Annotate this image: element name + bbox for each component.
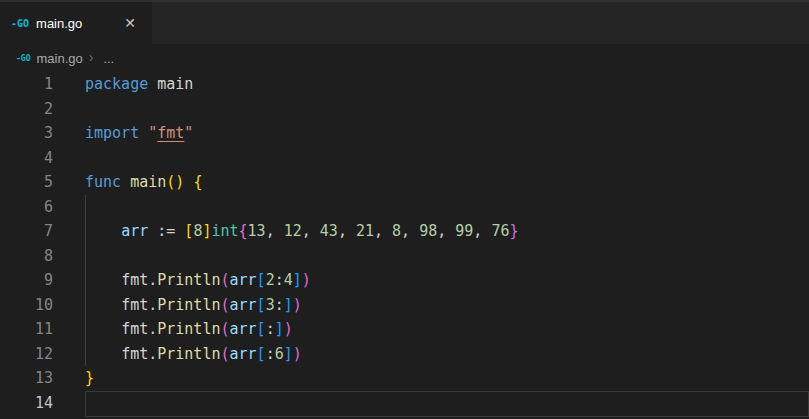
tab-label: main.go bbox=[36, 16, 82, 31]
code-line[interactable]: 9 fmt.Println(arr[2:4]) bbox=[0, 268, 809, 293]
line-number: 1 bbox=[0, 72, 53, 97]
code-line[interactable]: 12 fmt.Println(arr[:6]) bbox=[0, 342, 809, 367]
line-number: 9 bbox=[0, 268, 53, 293]
code-line[interactable]: 4 bbox=[0, 146, 809, 171]
line-number: 11 bbox=[0, 317, 53, 342]
code-text: fmt.Println(arr[:6]) bbox=[85, 342, 302, 367]
code-text: package main bbox=[85, 72, 193, 97]
line-number: 10 bbox=[0, 293, 53, 318]
code-line[interactable]: 1package main bbox=[0, 72, 809, 97]
code-line[interactable]: 3import "fmt" bbox=[0, 121, 809, 146]
line-number: 7 bbox=[0, 219, 53, 244]
code-lines: 1package main23import "fmt"45func main()… bbox=[0, 72, 809, 415]
close-icon[interactable]: ✕ bbox=[120, 13, 140, 33]
vscode-window: -GO main.go ✕ -GO main.go › ... 1package… bbox=[0, 0, 809, 419]
line-number: 6 bbox=[0, 195, 53, 220]
line-number: 13 bbox=[0, 366, 53, 391]
code-line[interactable]: 8 bbox=[0, 244, 809, 269]
tab-bar: -GO main.go ✕ bbox=[0, 2, 809, 44]
code-text: func main() { bbox=[85, 170, 202, 195]
code-line[interactable]: 13} bbox=[0, 366, 809, 391]
code-editor[interactable]: 1package main23import "fmt"45func main()… bbox=[0, 72, 809, 419]
code-line[interactable]: 14 bbox=[0, 391, 809, 416]
breadcrumb: -GO main.go › ... bbox=[0, 44, 809, 72]
line-number: 3 bbox=[0, 121, 53, 146]
code-text: fmt.Println(arr[2:4]) bbox=[85, 268, 311, 293]
code-line[interactable]: 5func main() { bbox=[0, 170, 809, 195]
breadcrumb-file[interactable]: main.go bbox=[36, 51, 82, 66]
chevron-right-icon: › bbox=[89, 49, 94, 65]
code-text: arr := [8]int{13, 12, 43, 21, 8, 98, 99,… bbox=[85, 219, 519, 244]
go-file-icon: -GO bbox=[11, 18, 29, 29]
code-line[interactable]: 2 bbox=[0, 97, 809, 122]
line-number: 8 bbox=[0, 244, 53, 269]
go-file-icon: -GO bbox=[16, 54, 30, 63]
code-text: import "fmt" bbox=[85, 121, 193, 146]
code-text: fmt.Println(arr[:]) bbox=[85, 317, 293, 342]
line-number: 4 bbox=[0, 146, 53, 171]
code-line[interactable]: 11 fmt.Println(arr[:]) bbox=[0, 317, 809, 342]
line-number: 12 bbox=[0, 342, 53, 367]
code-line[interactable]: 7 arr := [8]int{13, 12, 43, 21, 8, 98, 9… bbox=[0, 219, 809, 244]
line-number: 5 bbox=[0, 170, 53, 195]
code-text: fmt.Println(arr[3:]) bbox=[85, 293, 302, 318]
code-line[interactable]: 10 fmt.Println(arr[3:]) bbox=[0, 293, 809, 318]
tab-main-go[interactable]: -GO main.go ✕ bbox=[0, 2, 152, 44]
breadcrumb-symbol-path[interactable]: ... bbox=[103, 51, 114, 66]
line-number: 2 bbox=[0, 97, 53, 122]
code-line[interactable]: 6 bbox=[0, 195, 809, 220]
code-text: } bbox=[85, 366, 94, 391]
line-number: 14 bbox=[0, 391, 53, 416]
